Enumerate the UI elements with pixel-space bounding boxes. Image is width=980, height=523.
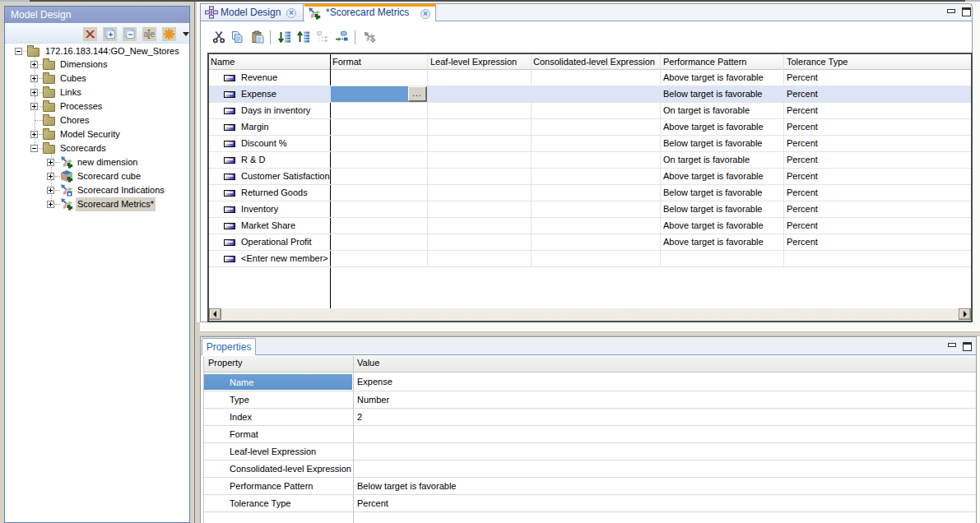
svg-text:e: e xyxy=(151,30,156,39)
svg-text:a: a xyxy=(144,30,149,39)
